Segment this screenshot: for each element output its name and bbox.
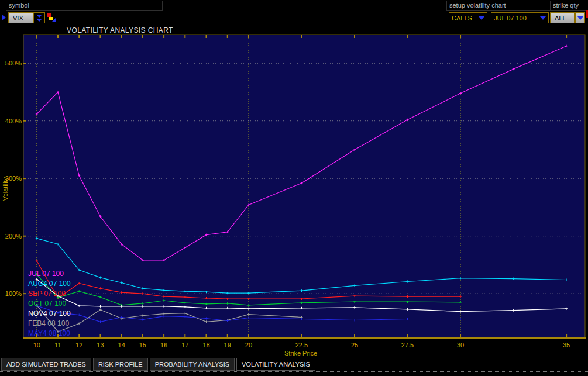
svg-text:22.5: 22.5 xyxy=(295,341,308,349)
svg-text:27.5: 27.5 xyxy=(401,341,414,349)
svg-text:11: 11 xyxy=(54,341,61,349)
svg-text:25: 25 xyxy=(351,341,358,349)
separator xyxy=(0,371,588,372)
tab-risk-profile[interactable]: RISK PROFILE xyxy=(93,358,148,371)
svg-text:12: 12 xyxy=(75,341,82,349)
legend-item: MAY4 08 100 xyxy=(28,329,70,337)
svg-text:200%: 200% xyxy=(5,233,22,240)
svg-text:18: 18 xyxy=(202,341,209,349)
svg-text:13: 13 xyxy=(97,341,104,349)
svg-text:30: 30 xyxy=(457,341,464,349)
legend-item: NOV4 07 100 xyxy=(28,309,71,318)
application-window: symbol setup volatility chart strike qty… xyxy=(0,0,588,376)
svg-text:35: 35 xyxy=(563,341,570,349)
svg-text:400%: 400% xyxy=(5,118,22,125)
legend-item: FEB4 08 100 xyxy=(28,319,69,327)
legend-item: SEP 07 100 xyxy=(28,289,66,298)
legend-item: OCT 07 100 xyxy=(28,299,66,308)
legend-item: JUL 07 100 xyxy=(28,270,64,278)
svg-text:100%: 100% xyxy=(5,290,22,297)
tab-volatility-analysis[interactable]: VOLATILITY ANALYSIS xyxy=(236,358,315,371)
volatility-analysis-chart: 101112131415161718192022.52527.53035100%… xyxy=(0,0,588,376)
svg-text:20: 20 xyxy=(245,341,252,349)
bottom-tab-bar: ADD SIMULATED TRADES RISK PROFILE PROBAB… xyxy=(1,358,315,371)
tab-add-simulated-trades[interactable]: ADD SIMULATED TRADES xyxy=(1,358,91,371)
svg-text:10: 10 xyxy=(33,341,40,349)
legend-item: AUG4 07 100 xyxy=(28,280,71,288)
svg-text:16: 16 xyxy=(160,341,167,349)
svg-text:17: 17 xyxy=(181,341,188,349)
svg-text:300%: 300% xyxy=(5,175,22,182)
svg-text:19: 19 xyxy=(224,341,231,349)
x-axis-title: Strike Price xyxy=(266,350,336,357)
svg-text:14: 14 xyxy=(118,341,125,349)
tab-probability-analysis[interactable]: PROBABILITY ANALYSIS xyxy=(150,358,235,371)
svg-text:15: 15 xyxy=(139,341,146,349)
svg-text:500%: 500% xyxy=(5,60,22,67)
